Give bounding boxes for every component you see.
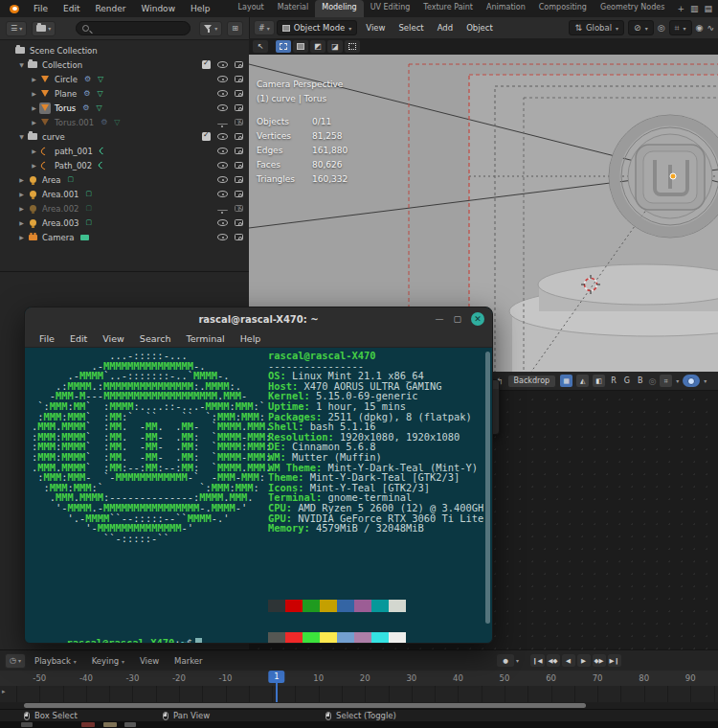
menu-window[interactable]: Window [134, 4, 184, 13]
select-subtract-tool-button[interactable]: ◪ [327, 40, 343, 53]
timeline-menu-view[interactable]: View [133, 656, 166, 666]
terminal-menu-search[interactable]: Search [133, 333, 178, 344]
outliner-row-path-001[interactable]: ▶path_001 [0, 144, 249, 158]
jump-to-start-button[interactable]: ❙◀ [530, 654, 544, 667]
backdrop-alpha-channel-icon[interactable]: ◭ [576, 375, 589, 387]
checkbox-icon[interactable] [202, 60, 211, 69]
menu-help[interactable]: Help [183, 4, 218, 13]
outliner-row-area-002[interactable]: ▶Area.002▢ [0, 201, 249, 216]
visibility-eye-icon[interactable] [217, 176, 228, 183]
disclosure-icon[interactable]: ▼ [16, 133, 27, 140]
terminal-scrollbar[interactable] [485, 352, 490, 624]
terminal-body[interactable]: ...-:::::-... .-MMMMMMMMMMMMMMM-. .-MMMM… [25, 348, 492, 644]
search-input[interactable] [76, 21, 191, 35]
disclosure-icon[interactable]: ▶ [16, 191, 27, 197]
render-camera-icon[interactable] [235, 191, 243, 197]
tab-compositing[interactable]: Compositing [532, 0, 594, 17]
viewport-menu-select[interactable]: Select [392, 23, 430, 33]
terminal-menu-view[interactable]: View [96, 333, 131, 344]
viewport-menu-add[interactable]: Add [431, 23, 460, 33]
falloff-curve-icon[interactable]: ∿ [707, 23, 714, 33]
viewport-menu-view[interactable]: View [359, 23, 392, 33]
channel-b-button[interactable]: B [636, 376, 645, 385]
terminal-window[interactable]: rascal@rascal-X470: ~ — ▢ ✕ FileEditView… [24, 307, 493, 644]
display-mode-button[interactable]: ▾ [32, 21, 56, 36]
render-camera-icon[interactable] [235, 219, 243, 226]
tweak-tool-button[interactable]: ↖ [253, 40, 268, 53]
menu-edit[interactable]: Edit [56, 4, 87, 13]
minimize-button[interactable]: — [435, 314, 443, 324]
visibility-eye-icon[interactable] [217, 191, 228, 197]
outliner-row-circle[interactable]: ▶Circle⚙▽ [0, 72, 249, 86]
mode-dropdown[interactable]: Object Mode▾ [277, 20, 358, 35]
backdrop-z-channel-icon[interactable]: ◧ [593, 375, 605, 387]
orientation-dropdown[interactable]: ⇅Global▾ [569, 20, 624, 35]
channel-r-button[interactable]: R [609, 376, 618, 385]
viewport-menu-object[interactable]: Object [460, 23, 500, 33]
menu-render[interactable]: Render [87, 4, 133, 13]
jump-to-end-button[interactable]: ▶❙ [608, 654, 621, 667]
select-intersect-tool-button[interactable] [345, 40, 360, 53]
select-new-tool-button[interactable] [293, 40, 308, 53]
disclosure-icon[interactable]: ▼ [16, 61, 27, 68]
outliner-row-camera[interactable]: ▶Camera [0, 230, 249, 244]
scene-icon[interactable]: ▥ [690, 4, 699, 13]
visibility-eye-icon[interactable] [217, 90, 228, 97]
timeline-expand-icon[interactable]: ▸ [2, 688, 6, 695]
close-button[interactable]: ✕ [471, 312, 484, 326]
select-extend-tool-button[interactable]: ◩ [310, 40, 325, 53]
visibility-eye-icon[interactable] [217, 61, 228, 68]
disclosure-icon[interactable]: ▶ [16, 234, 27, 240]
disclosure-icon[interactable]: ▶ [16, 205, 27, 212]
outliner-row-area-001[interactable]: ▶Area.001▢ [0, 187, 249, 201]
visibility-eye-icon[interactable] [217, 104, 228, 111]
visibility-eye-icon[interactable] [217, 124, 228, 125]
timeline-menu-keying[interactable]: Keying ▾ [85, 656, 131, 666]
editor-type-button-3d[interactable]: #▾ [254, 20, 275, 35]
terminal-menu-terminal[interactable]: Terminal [180, 333, 232, 344]
backdrop-button[interactable]: Backdrop [507, 375, 557, 388]
disclosure-icon[interactable]: ▶ [29, 148, 39, 154]
outliner-row-torus-001[interactable]: ▶Torus.001⚙▽ [0, 115, 249, 129]
disclosure-icon[interactable]: ▶ [29, 90, 39, 97]
tab-animation[interactable]: Animation [480, 0, 532, 17]
snap-magnet-dropdown[interactable]: ⌗▾ [669, 20, 692, 35]
render-camera-icon[interactable] [235, 61, 243, 68]
timeline-scrollbar-thumb[interactable] [24, 703, 586, 708]
proportional-edit-icon[interactable]: ◉ [696, 23, 704, 33]
render-camera-icon[interactable] [235, 205, 243, 212]
render-camera-icon[interactable] [235, 104, 243, 111]
terminal-menu-help[interactable]: Help [234, 333, 268, 344]
menu-file[interactable]: File [26, 4, 56, 13]
terminal-menu-file[interactable]: File [33, 333, 61, 344]
outliner-row-scene-collection[interactable]: Scene Collection [0, 43, 249, 57]
visibility-eye-icon[interactable] [217, 162, 228, 169]
visibility-eye-icon[interactable] [217, 210, 228, 211]
editor-type-button[interactable]: ☰▾ [6, 21, 27, 36]
channel-g-button[interactable]: G [622, 376, 632, 385]
timeline-menu-playback[interactable]: Playback ▾ [28, 656, 83, 666]
proportional-spiral-icon[interactable]: ◎ [658, 23, 665, 33]
play-button[interactable]: ▶ [577, 654, 591, 667]
checkbox-icon[interactable] [202, 132, 211, 141]
tab-layout[interactable]: Layout [232, 0, 271, 17]
visibility-eye-icon[interactable] [217, 219, 228, 226]
render-camera-icon[interactable] [235, 119, 243, 125]
timeline-editor-type-button[interactable]: ◷▾ [5, 653, 26, 669]
disclosure-icon[interactable]: ▶ [16, 176, 27, 183]
visibility-eye-icon[interactable] [217, 133, 228, 140]
timeline-scrollbar[interactable] [0, 702, 718, 709]
visibility-eye-icon[interactable] [217, 148, 228, 154]
render-camera-icon[interactable] [235, 234, 243, 240]
disclosure-icon[interactable]: ▶ [29, 76, 39, 82]
outliner-row-collection[interactable]: ▼Collection [0, 57, 249, 72]
disclosure-icon[interactable]: ▶ [29, 104, 39, 111]
blender-logo-icon[interactable] [8, 4, 18, 14]
outliner-row-path-002[interactable]: ▶Path_002 [0, 158, 249, 172]
box-select-tool-button[interactable] [276, 40, 291, 53]
play-reverse-button[interactable]: ◀ [562, 654, 575, 667]
disclosure-icon[interactable]: ▶ [16, 219, 27, 226]
tab-uv-editing[interactable]: UV Editing [364, 0, 417, 17]
backdrop-color-channel-icon[interactable]: ▦ [560, 375, 572, 387]
new-collection-button[interactable]: ⊞ [227, 21, 243, 36]
